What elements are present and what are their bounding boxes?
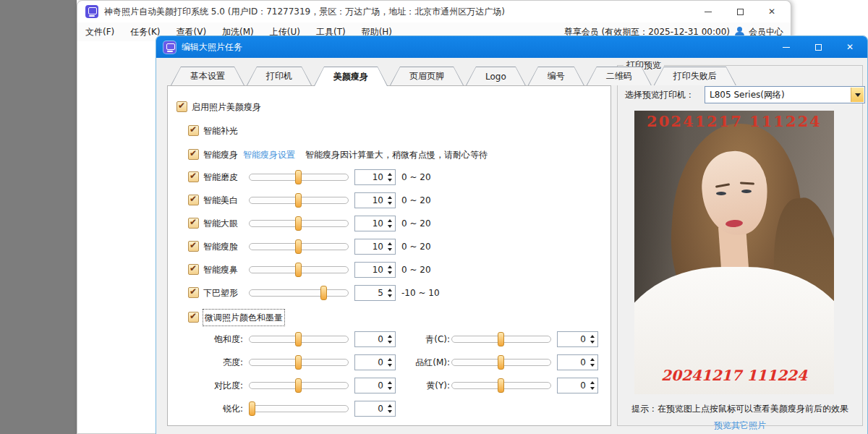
sharpen-spinner[interactable]: 0: [354, 401, 396, 417]
dialog-minimize-button[interactable]: [770, 36, 802, 58]
cyan-spinner[interactable]: 0: [557, 331, 598, 347]
slim-nose-row: 智能瘦鼻 10 0 ~ 20: [168, 262, 610, 278]
chin-shape-row: 下巴塑形 5 -10 ~ 10: [168, 285, 610, 302]
slim-face-checkbox[interactable]: [188, 241, 199, 252]
whitening-row: 智能美白 10 0 ~ 20: [168, 192, 610, 209]
cyan-value: 0: [580, 332, 586, 346]
slim-face-slider[interactable]: [249, 239, 349, 255]
slim-settings-link[interactable]: 智能瘦身设置: [243, 147, 295, 163]
spinner-arrows-icon[interactable]: [387, 171, 393, 183]
spinner-arrows-icon[interactable]: [590, 333, 596, 345]
yellow-thumb[interactable]: [498, 378, 504, 393]
big-eyes-thumb[interactable]: [295, 216, 302, 231]
sharpen-row: 锐化: 0: [168, 401, 610, 417]
fill-light-checkbox[interactable]: [188, 125, 199, 136]
chin-shape-track[interactable]: [249, 289, 349, 297]
fill-light-row: 智能补光: [168, 123, 610, 140]
smooth-skin-spinner[interactable]: 10: [354, 169, 396, 185]
slim-face-thumb[interactable]: [295, 239, 302, 254]
enable-beauty-row: 启用照片美颜瘦身: [168, 99, 610, 116]
enable-beauty-checkbox[interactable]: [176, 101, 187, 112]
chin-shape-slider[interactable]: [249, 285, 349, 301]
magenta-label: 品红(M):: [385, 354, 450, 370]
printer-combobox[interactable]: L805 Series(网络): [705, 86, 865, 103]
big-eyes-label: 智能大眼: [203, 216, 238, 231]
whitening-value: 10: [373, 193, 383, 208]
tab-beauty-slim[interactable]: 美颜瘦身: [314, 67, 388, 86]
magenta-spinner[interactable]: 0: [557, 354, 598, 370]
chin-shape-spinner[interactable]: 5: [354, 285, 396, 301]
spinner-arrows-icon[interactable]: [590, 357, 596, 368]
window-title: 神奇照片自动美颜打印系统 5.0 (用户ID：71277319，景区：万达广场，…: [104, 6, 505, 18]
cyan-slider[interactable]: [451, 331, 551, 347]
contrast-slider[interactable]: [249, 378, 349, 393]
spinner-arrows-icon[interactable]: [387, 241, 393, 252]
slim-nose-checkbox[interactable]: [188, 264, 199, 275]
magenta-slider[interactable]: [451, 354, 551, 370]
yellow-value: 0: [580, 378, 586, 393]
menu-file[interactable]: 文件(F): [77, 26, 122, 38]
brightness-slider[interactable]: [249, 354, 349, 370]
whitening-slider[interactable]: [249, 192, 349, 208]
contrast-thumb[interactable]: [295, 378, 302, 393]
big-eyes-checkbox[interactable]: [188, 218, 199, 229]
tab-printer[interactable]: 打印机: [247, 67, 312, 85]
preview-photo[interactable]: 20241217 111224 20241217 111224: [634, 111, 834, 394]
cyan-thumb[interactable]: [498, 332, 504, 346]
sharpen-track[interactable]: [249, 405, 349, 412]
saturation-thumb[interactable]: [295, 332, 302, 346]
slim-face-spinner[interactable]: 10: [354, 239, 396, 255]
brightness-thumb[interactable]: [295, 355, 302, 370]
whitening-range: 0 ~ 20: [401, 192, 431, 208]
tab-basic-settings[interactable]: 基本设置: [171, 67, 244, 85]
yellow-spinner[interactable]: 0: [557, 378, 598, 393]
color-adjust-checkbox[interactable]: [188, 312, 199, 323]
close-button[interactable]: ✕: [756, 1, 788, 22]
yellow-slider[interactable]: [451, 378, 551, 393]
magenta-thumb[interactable]: [498, 355, 504, 370]
spinner-arrows-icon[interactable]: [387, 287, 393, 299]
combobox-dropdown-icon[interactable]: [851, 88, 864, 102]
window-controls: ✕: [692, 1, 788, 22]
minimize-icon: [705, 12, 712, 12]
big-eyes-slider[interactable]: [249, 216, 349, 231]
tab-qrcode[interactable]: 二维码: [587, 67, 652, 85]
smooth-skin-thumb[interactable]: [295, 170, 302, 184]
cyan-label: 青(C):: [385, 331, 450, 347]
tab-print-fail[interactable]: 打印失败后: [654, 67, 736, 85]
minimize-button[interactable]: [692, 1, 724, 22]
maximize-button[interactable]: [724, 1, 756, 22]
tab-number[interactable]: 编号: [528, 67, 584, 85]
chin-shape-thumb[interactable]: [320, 286, 327, 300]
spinner-arrows-icon[interactable]: [387, 264, 393, 276]
smart-slim-checkbox[interactable]: [188, 149, 199, 160]
contrast-row: 对比度: 0 黄(Y): 0: [168, 378, 610, 394]
slim-nose-spinner[interactable]: 10: [354, 262, 396, 278]
window-titlebar: 神奇照片自动美颜打印系统 5.0 (用户ID：71277319，景区：万达广场，…: [77, 1, 791, 22]
saturation-slider[interactable]: [249, 331, 349, 347]
slim-nose-slider[interactable]: [249, 262, 349, 278]
screen: 神奇照片自动美颜打印系统 5.0 (用户ID：71277319，景区：万达广场，…: [0, 0, 868, 434]
tab-header-footer[interactable]: 页眉页脚: [390, 67, 464, 85]
spinner-arrows-icon[interactable]: [387, 403, 393, 414]
tab-logo[interactable]: Logo: [466, 67, 526, 85]
chin-shape-value: 5: [378, 286, 383, 300]
beauty-settings-panel: 启用照片美颜瘦身 智能补光 智能瘦身 智能瘦身设置 智能瘦身因计算量大，稍微有点…: [167, 85, 611, 426]
whitening-spinner[interactable]: 10: [354, 192, 396, 208]
whitening-checkbox[interactable]: [188, 195, 199, 205]
spinner-arrows-icon[interactable]: [387, 195, 393, 206]
big-eyes-spinner[interactable]: 10: [354, 216, 396, 231]
preview-other-photos-link[interactable]: 预览其它照片: [618, 420, 862, 432]
spinner-arrows-icon[interactable]: [590, 380, 596, 391]
smooth-skin-checkbox[interactable]: [188, 171, 199, 182]
brightness-label: 亮度:: [182, 354, 243, 370]
sharpen-slider[interactable]: [249, 401, 349, 417]
dialog-maximize-button[interactable]: [802, 36, 834, 58]
chin-shape-checkbox[interactable]: [188, 287, 199, 298]
whitening-thumb[interactable]: [295, 193, 302, 208]
smooth-skin-slider[interactable]: [249, 169, 349, 185]
spinner-arrows-icon[interactable]: [387, 218, 393, 229]
sharpen-thumb[interactable]: [249, 401, 255, 416]
slim-nose-thumb[interactable]: [295, 263, 302, 277]
dialog-close-button[interactable]: ✕: [834, 36, 866, 58]
